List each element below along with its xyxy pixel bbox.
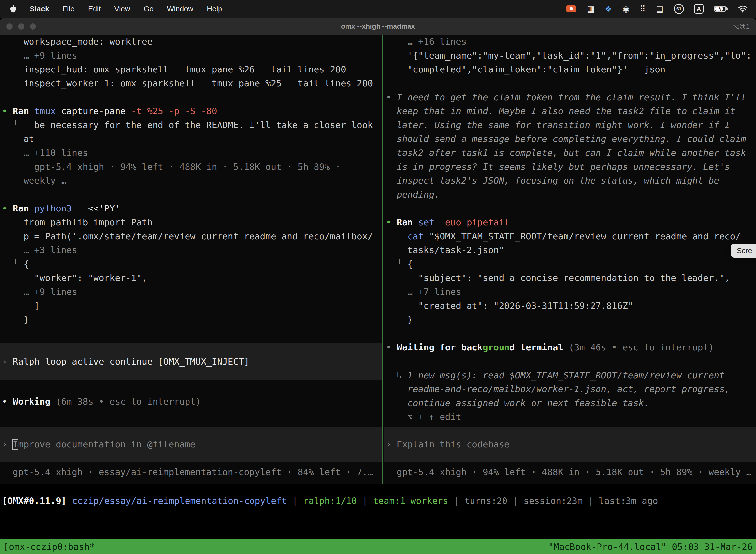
terminal-line: gpt-5.4 xhigh · essay/ai-reimplementatio… <box>0 465 382 479</box>
zoom-button[interactable] <box>30 23 36 30</box>
prompt-input-band[interactable]: › Explain this codebase <box>384 427 756 462</box>
omx-project-path: cczip/essay/ai-reimplementation-copyleft <box>72 496 287 506</box>
terminal-line: is in progress? It seems likely but perh… <box>384 160 756 174</box>
text-segment: • <box>386 92 397 102</box>
terminal-line: • Ran python3 - <<'PY' <box>0 202 382 215</box>
text-segment: gpt-5.4 xhigh · 94% left · 488K in · 5.1… <box>2 162 340 172</box>
text-segment: • <box>2 203 13 214</box>
terminal-line: "worker": "worker-1", <box>0 271 382 285</box>
text-segment: "$OMX_TEAM_STATE_ROOT/team/review-curren… <box>429 231 741 241</box>
tmux-pane-left[interactable]: workspace_mode: worktree … +9 lines insp… <box>0 35 382 479</box>
menubar-item-view[interactable]: View <box>114 5 130 13</box>
omx-team-workers: team:1 workers <box>373 496 448 506</box>
menubar-app-name[interactable]: Slack <box>30 5 49 13</box>
text-segment: workspace_mode: worktree <box>2 37 152 47</box>
tmux-status-bar: [omx-cczip0:bash* "MacBook-Pro-44.local"… <box>0 539 756 554</box>
spacer <box>0 408 382 427</box>
terminal-line <box>384 327 756 340</box>
prompt-input-band[interactable]: › Improve documentation in @filename <box>0 427 382 462</box>
prompt-input-text: › Explain this codebase <box>384 437 510 451</box>
text-segment: { <box>23 259 29 269</box>
terminal-line: should send a message before completing … <box>384 132 756 146</box>
terminal-line: inspect_hud: omx sparkshell --tmux-pane … <box>0 63 382 76</box>
dots-grid-icon[interactable]: ⠿ <box>640 4 645 14</box>
text-segment: … +3 lines <box>2 245 77 255</box>
terminal-line: "subject": "send a concise recommendatio… <box>384 271 756 285</box>
text-segment: Ran <box>397 217 418 227</box>
circle-app-icon[interactable]: ◉ <box>622 4 629 14</box>
separator: | <box>507 496 523 506</box>
text-segment: I need to get the claim token from the c… <box>397 92 746 102</box>
text-segment: } <box>386 315 413 325</box>
text-segment: … +16 lines <box>386 37 466 47</box>
input-source-icon[interactable]: A <box>694 4 704 14</box>
battery-cap <box>727 7 728 10</box>
text-segment: I <box>13 439 18 449</box>
prompt-input-band[interactable]: › Ralph loop active continue [OMX_TMUX_I… <box>0 343 382 380</box>
text-segment: -euo pipefail <box>440 217 510 227</box>
text-segment: task2 after task1 is complete, but can I… <box>386 148 746 158</box>
pane-divider[interactable] <box>382 35 383 484</box>
screen-recording-indicator-icon[interactable] <box>566 5 576 12</box>
terminal-line: from pathlib import Path <box>0 215 382 229</box>
text-segment: d terminal <box>510 342 569 352</box>
text-segment: from pathlib import Path <box>2 217 152 227</box>
text-segment: -t %25 -p -S -80 <box>131 106 217 116</box>
terminal-line <box>0 90 382 104</box>
text-segment: set <box>418 217 440 227</box>
terminal-line: } <box>384 313 756 327</box>
text-segment: (3m 46s • esc to interrupt) <box>569 342 714 352</box>
screen-notification-tooltip[interactable]: Scre <box>731 244 756 258</box>
separator: | <box>583 496 599 506</box>
text-segment: pending. <box>386 189 440 200</box>
terminal-line: └ { <box>0 257 382 271</box>
spacer <box>0 380 382 395</box>
terminal-line: readme-and-reco/mailbox/worker-1.json, a… <box>384 382 756 396</box>
apple-logo <box>10 5 16 13</box>
text-segment: } <box>2 315 29 325</box>
menubar-menus: Slack File Edit View Go Window Help <box>10 5 222 13</box>
spacer <box>0 327 382 343</box>
stats-icon[interactable]: ▤ <box>656 4 664 14</box>
menubar: Slack File Edit View Go Window Help ▦ ❖ … <box>0 0 756 18</box>
terminal-line: inspect_worker-1: omx sparkshell --tmux-… <box>0 76 382 90</box>
text-segment: python3 <box>34 203 77 214</box>
text-segment: Waiting for back <box>397 342 483 352</box>
menubar-item-go[interactable]: Go <box>144 5 153 13</box>
text-segment: Working <box>13 396 56 406</box>
terminal-line: tasks/task-2.json" <box>384 243 756 257</box>
terminal-line: … +110 lines <box>0 146 382 160</box>
menubar-item-window[interactable]: Window <box>167 5 193 13</box>
terminal-line: • Ran tmux capture-pane -t %25 -p -S -80 <box>0 104 382 118</box>
window-shortcut-hint: ⌥⌘1 <box>732 22 750 30</box>
text-segment: ] <box>2 300 40 311</box>
terminal-line: • I need to get the claim token from the… <box>384 90 756 104</box>
terminal-line: • Working (6m 38s • esc to interrupt) <box>0 395 382 408</box>
minimize-button[interactable] <box>18 23 24 30</box>
text-segment: gpt-5.4 xhigh · essay/ai-reimplementatio… <box>2 467 373 477</box>
text-segment: later. Using the same for transition mig… <box>386 120 730 130</box>
omx-version: [OMX#0.11.9] <box>2 496 66 506</box>
menubar-item-help[interactable]: Help <box>207 5 222 13</box>
terminal-line: p = Path('.omx/state/team/review-current… <box>0 229 382 243</box>
menubar-item-edit[interactable]: Edit <box>88 5 101 13</box>
blue-app-icon[interactable]: ❖ <box>605 4 612 14</box>
terminal-line: … +3 lines <box>0 243 382 257</box>
wifi-icon[interactable] <box>738 5 748 13</box>
gauge-badge-icon[interactable]: 61 <box>674 4 684 14</box>
terminal-line: ↳ 1 new msg(s): read $OMX_TEAM_STATE_ROO… <box>384 368 756 382</box>
terminal-line <box>384 202 756 215</box>
tmux-pane-right[interactable]: … +16 lines '{"team_name":"my-team","tas… <box>384 35 756 479</box>
menubar-status-icons: ▦ ❖ ◉ ⠿ ▤ 61 A ϟ <box>566 4 748 14</box>
text-segment: cat <box>386 231 429 241</box>
window-titlebar[interactable]: omx --xhigh --madmax ⌥⌘1 <box>0 18 756 35</box>
window-grid-icon[interactable]: ▦ <box>587 4 594 14</box>
text-segment: "created_at": "2026-03-31T11:59:27.816Z" <box>386 300 633 311</box>
menubar-item-file[interactable]: File <box>63 5 74 13</box>
apple-menu-icon[interactable] <box>10 5 16 13</box>
battery-charging-icon[interactable]: ϟ <box>714 6 728 12</box>
wifi-glyph <box>738 5 748 13</box>
close-button[interactable] <box>6 23 13 30</box>
omx-session-time: session:23m <box>523 496 583 506</box>
terminal-line: … +9 lines <box>0 285 382 299</box>
